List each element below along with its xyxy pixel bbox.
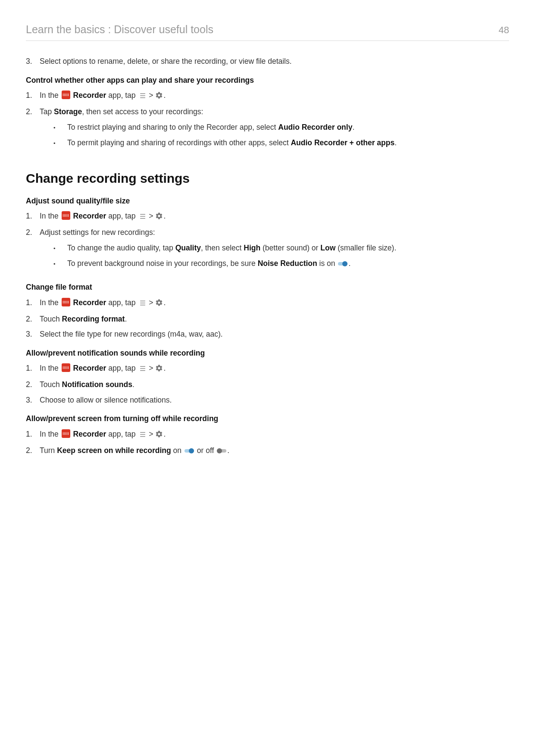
- menu-icon: [139, 93, 146, 100]
- menu-icon: [139, 366, 146, 372]
- text: .: [352, 123, 354, 131]
- subhead-notification-sounds: Allow/prevent notification sounds while …: [26, 348, 509, 359]
- step-text: In the Recorder app, tap >.: [40, 297, 509, 309]
- step-marker: 3.: [26, 329, 40, 340]
- step-marker: 1.: [26, 363, 40, 374]
- step-marker: 2.: [26, 227, 40, 238]
- step-marker: 2.: [26, 445, 40, 456]
- text: To permit playing and sharing of recordi…: [67, 138, 291, 147]
- gear-icon: [155, 364, 163, 375]
- text: (better sound) or: [260, 244, 320, 252]
- intro-steps: 3. Select options to rename, delete, or …: [26, 56, 509, 67]
- text-bold: Recording format: [62, 315, 125, 323]
- step-text: Tap Storage, then set access to your rec…: [40, 106, 509, 153]
- step-marker: 3.: [26, 56, 40, 67]
- text: is on: [317, 259, 338, 268]
- text: .: [164, 430, 166, 438]
- subhead-change-file-format: Change file format: [26, 282, 509, 293]
- text: .: [164, 212, 166, 220]
- toggle-off-icon: [217, 448, 226, 453]
- text-bold: Keep screen on while recording: [57, 446, 171, 455]
- step-text: In the Recorder app, tap >.: [40, 363, 509, 375]
- text: >: [149, 298, 153, 307]
- bullet-text: To permit playing and sharing of recordi…: [67, 137, 509, 148]
- text: In the: [40, 298, 61, 307]
- step-text: In the Recorder app, tap >.: [40, 211, 509, 223]
- menu-icon: [139, 213, 146, 220]
- step-text: In the Recorder app, tap >.: [40, 90, 509, 102]
- text: .: [164, 91, 166, 100]
- text: To prevent background noise in your reco…: [67, 259, 258, 268]
- step-text: Touch Notification sounds.: [40, 379, 509, 390]
- text-bold: Storage: [54, 107, 82, 116]
- text-bold: Noise Reduction: [258, 259, 317, 268]
- text: app, tap: [106, 298, 138, 307]
- step-text: Touch Recording format.: [40, 314, 509, 325]
- text: Turn: [40, 446, 57, 455]
- menu-icon: [139, 431, 146, 438]
- recorder-app-icon: [62, 211, 70, 220]
- text: In the: [40, 364, 61, 372]
- text: To change the audio quality, tap: [67, 244, 175, 252]
- step-text: Select the file type for new recordings …: [40, 329, 509, 340]
- text: Touch: [40, 315, 62, 323]
- step-text: Select options to rename, delete, or sha…: [40, 56, 509, 67]
- toggle-on-icon: [338, 261, 347, 266]
- control-steps: 1. In the Recorder app, tap >. 2. Tap St…: [26, 90, 509, 153]
- text: , then select: [201, 244, 244, 252]
- text: In the: [40, 91, 61, 100]
- subhead-control-sharing: Control whether other apps can play and …: [26, 75, 509, 86]
- text: Tap: [40, 107, 54, 116]
- text: .: [394, 138, 397, 147]
- page-header: Learn the basics : Discover useful tools…: [26, 22, 509, 41]
- text-bold: Recorder: [71, 430, 106, 438]
- step-marker: 1.: [26, 297, 40, 308]
- gear-icon: [155, 299, 163, 309]
- text: Touch: [40, 380, 62, 389]
- bullet-text: To change the audio quality, tap Quality…: [67, 243, 509, 253]
- text: .: [164, 298, 166, 307]
- bullet-dot: •: [53, 138, 67, 149]
- bullet-text: To restrict playing and sharing to only …: [67, 122, 509, 133]
- recorder-app-icon: [62, 298, 70, 306]
- text: In the: [40, 430, 61, 438]
- text: >: [149, 430, 153, 438]
- text: In the: [40, 212, 61, 220]
- text: app, tap: [106, 364, 138, 372]
- text-bold: Quality: [175, 244, 201, 252]
- breadcrumb: Learn the basics : Discover useful tools: [26, 22, 213, 37]
- step-marker: 1.: [26, 429, 40, 440]
- text: , then set access to your recordings:: [82, 107, 203, 116]
- text: app, tap: [106, 91, 138, 100]
- text-bold: Recorder: [71, 298, 106, 307]
- bullet-dot: •: [53, 244, 67, 254]
- step-text: In the Recorder app, tap >.: [40, 429, 509, 441]
- gear-icon: [155, 430, 163, 441]
- gear-icon: [155, 91, 163, 102]
- toggle-on-icon: [185, 448, 194, 453]
- heading-change-recording-settings: Change recording settings: [26, 169, 509, 188]
- text: on: [171, 446, 184, 455]
- page-number: 48: [499, 23, 509, 37]
- text: Adjust settings for new recordings:: [40, 228, 155, 237]
- menu-icon: [139, 300, 146, 307]
- recorder-app-icon: [62, 363, 70, 372]
- text: >: [149, 212, 153, 220]
- step-text: Choose to allow or silence notifications…: [40, 395, 509, 406]
- text-bold: Low: [320, 244, 335, 252]
- text: .: [348, 259, 350, 268]
- text: .: [125, 315, 127, 323]
- text-bold: Recorder: [71, 364, 106, 372]
- text: app, tap: [106, 212, 138, 220]
- subhead-adjust-quality: Adjust sound quality/file size: [26, 196, 509, 206]
- text: >: [149, 91, 153, 100]
- format-steps: 1. In the Recorder app, tap >. 2. Touch …: [26, 297, 509, 340]
- bullet-dot: •: [53, 259, 67, 270]
- step-marker: 1.: [26, 211, 40, 222]
- quality-steps: 1. In the Recorder app, tap >. 2. Adjust…: [26, 211, 509, 274]
- step-marker: 2.: [26, 379, 40, 390]
- text-bold: Audio Recorder + other apps: [291, 138, 394, 147]
- text-bold: Recorder: [71, 212, 106, 220]
- step-marker: 1.: [26, 90, 40, 101]
- recorder-app-icon: [62, 429, 70, 438]
